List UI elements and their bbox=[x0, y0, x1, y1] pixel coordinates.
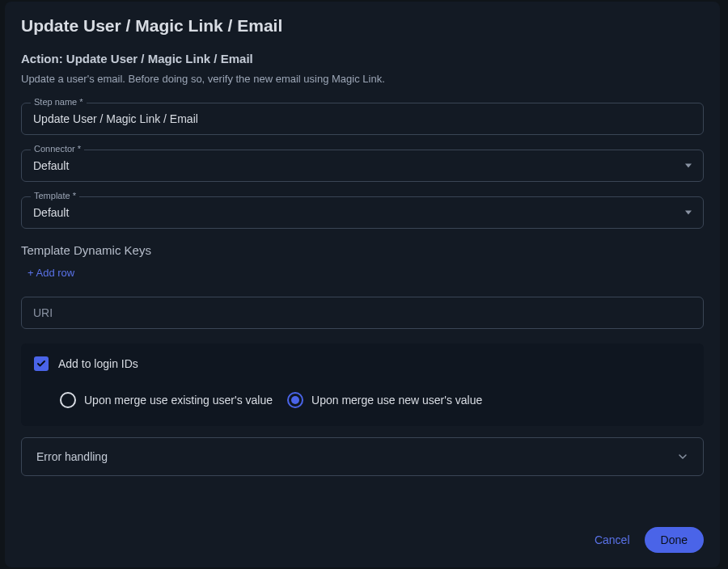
merge-existing-radio bbox=[60, 392, 76, 408]
dynamic-keys-header: Template Dynamic Keys bbox=[21, 243, 704, 257]
chevron-down-icon bbox=[677, 451, 688, 462]
step-name-label: Step name * bbox=[31, 97, 87, 107]
error-handling-label: Error handling bbox=[36, 450, 108, 463]
template-select[interactable]: Default bbox=[21, 196, 704, 229]
template-field: Template * Default bbox=[21, 196, 704, 229]
modal-footer: Cancel Done bbox=[595, 527, 704, 553]
done-button[interactable]: Done bbox=[645, 527, 704, 553]
merge-existing-option[interactable]: Upon merge use existing user's value bbox=[60, 392, 273, 408]
add-to-login-ids-label: Add to login IDs bbox=[58, 357, 138, 370]
merge-new-option[interactable]: Upon merge use new user's value bbox=[287, 392, 482, 408]
add-to-login-ids-row: Add to login IDs bbox=[34, 356, 691, 371]
merge-new-radio bbox=[287, 392, 303, 408]
error-handling-section[interactable]: Error handling bbox=[21, 437, 704, 476]
connector-field: Connector * Default bbox=[21, 150, 704, 182]
merge-new-label: Upon merge use new user's value bbox=[311, 394, 482, 407]
step-name-field: Step name * bbox=[21, 103, 704, 135]
cancel-button[interactable]: Cancel bbox=[595, 533, 630, 546]
merge-radio-group: Upon merge use existing user's value Upo… bbox=[60, 392, 691, 408]
action-subtitle: Action: Update User / Magic Link / Email bbox=[21, 52, 704, 65]
login-ids-section: Add to login IDs Upon merge use existing… bbox=[21, 344, 704, 426]
step-name-input[interactable] bbox=[21, 103, 704, 135]
add-to-login-ids-checkbox[interactable] bbox=[34, 356, 49, 371]
action-modal: Update User / Magic Link / Email Action:… bbox=[5, 2, 720, 567]
checkmark-icon bbox=[36, 359, 46, 369]
merge-existing-label: Upon merge use existing user's value bbox=[84, 394, 273, 407]
connector-select[interactable]: Default bbox=[21, 150, 704, 182]
template-label: Template * bbox=[31, 191, 79, 200]
uri-input[interactable] bbox=[21, 297, 704, 329]
uri-field bbox=[21, 297, 704, 329]
action-description: Update a user's email. Before doing so, … bbox=[21, 73, 704, 85]
connector-label: Connector * bbox=[31, 144, 84, 154]
modal-title: Update User / Magic Link / Email bbox=[21, 16, 704, 36]
add-row-button[interactable]: + Add row bbox=[28, 267, 704, 279]
